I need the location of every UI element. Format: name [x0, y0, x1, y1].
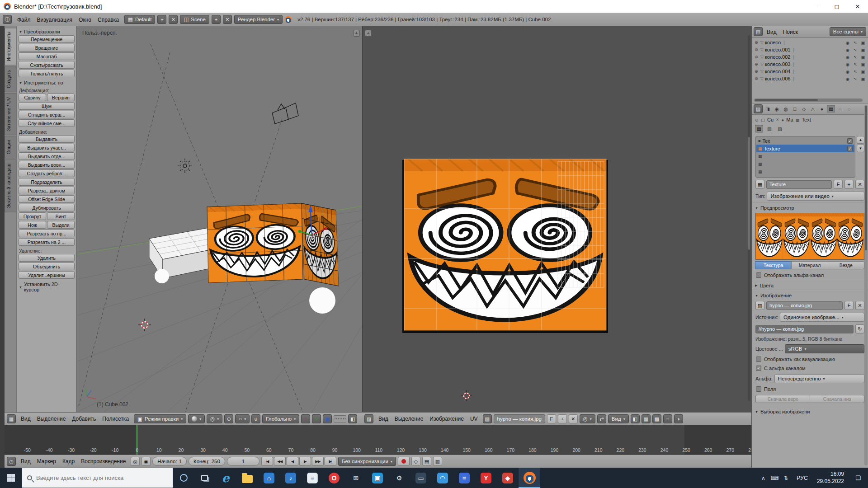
texture-context-icon[interactable]: ▦ — [827, 105, 835, 113]
tool-button[interactable]: Выдавить участ... — [19, 144, 75, 151]
toolshelf-tab[interactable]: Эскизный карандаш — [5, 160, 16, 212]
physics-context-icon[interactable]: ◌ — [845, 105, 853, 113]
visibility-icon[interactable]: ◉ — [844, 55, 851, 60]
slot-checkbox[interactable]: ✓ — [847, 146, 853, 151]
tool-button[interactable]: Масштаб — [19, 52, 75, 60]
use-preview-range-icon[interactable]: ◎ — [131, 457, 140, 466]
renderability-icon[interactable]: ▣ — [860, 76, 866, 81]
preview-target-button[interactable]: Везде — [828, 261, 864, 269]
current-frame-field[interactable]: 1 — [227, 457, 259, 466]
tool-button[interactable]: Винт — [47, 212, 75, 220]
translate-manipulator-icon[interactable]: ↑ — [301, 414, 310, 423]
outliner-item[interactable]: ⊕ ▽ колесо.001 | ◉ ↖ ▣ — [755, 46, 866, 53]
taskbar-app-button[interactable]: ▣ — [367, 468, 388, 488]
pin-icon[interactable]: ⊙ — [755, 117, 759, 122]
panel-header-meshtools[interactable]: ▼Инструменты: по — [19, 78, 75, 86]
checkbox[interactable] — [756, 386, 761, 392]
breadcrumb-material[interactable]: Ma — [786, 117, 793, 122]
selectability-icon[interactable]: ↖ — [852, 55, 859, 60]
playback-button[interactable]: ◀ — [287, 457, 298, 466]
uv-image-editor[interactable]: + — [362, 26, 751, 412]
network-icon[interactable]: ⇅ — [780, 475, 792, 481]
timeline-ruler[interactable]: -50-40-30-20-100102030405060708090100110… — [5, 425, 751, 455]
menu-item[interactable]: Вид — [18, 416, 34, 422]
tool-button[interactable]: Выдавить вовн... — [19, 161, 75, 169]
selectability-icon[interactable]: ↖ — [852, 69, 859, 74]
outliner-item[interactable]: ⊕ ▽ колесо.004 | ◉ ↖ ▣ — [755, 68, 866, 75]
visibility-icon[interactable]: ◉ — [844, 40, 851, 45]
delete-scene-button[interactable]: ✕ — [223, 15, 232, 24]
scene-selector[interactable]: ◫Scene — [180, 15, 209, 24]
object-name[interactable]: колесо — [765, 40, 781, 45]
truck-cab[interactable] — [207, 203, 339, 286]
keying-set-dropdown[interactable]: ◇ — [411, 457, 420, 466]
selectability-icon[interactable]: ↖ — [852, 62, 859, 67]
region-split-icon[interactable]: + — [353, 30, 360, 37]
modifiers-context-icon[interactable]: ◇ — [800, 105, 808, 113]
tool-button[interactable]: Подразделить — [19, 178, 75, 186]
transform-orientation-dropdown[interactable]: Глобально▾ — [262, 414, 299, 423]
texture-type-dropdown[interactable]: Изображение или видео▾ — [767, 192, 864, 201]
texture-slot-list[interactable]: ■ Tex ✓ ▦ Texture ✓ ▦ ✓ — [755, 136, 855, 178]
playback-button[interactable]: ◀◀ — [274, 457, 286, 466]
image-panel-header[interactable]: ▼Изображение — [752, 290, 868, 300]
playback-button[interactable]: ▶▶ — [312, 457, 324, 466]
taskbar-app-button[interactable]: ♪ — [280, 468, 302, 488]
tool-button[interactable]: Объединить — [19, 263, 75, 270]
image-name-field[interactable]: hypno — копия.jpg — [494, 414, 545, 423]
scene-context-icon[interactable]: ◉ — [773, 105, 781, 113]
close-button[interactable]: ✕ — [847, 0, 868, 13]
close-icon[interactable]: ✕ — [776, 117, 779, 122]
uv-vertex-mode-icon[interactable]: ◧ — [631, 414, 640, 423]
tool-button[interactable]: Удалить — [19, 254, 75, 262]
taskbar-app-button[interactable]: ▭ — [410, 468, 432, 488]
renderability-icon[interactable]: ▣ — [860, 40, 866, 45]
material-texture-icon[interactable]: ▦ — [755, 125, 763, 133]
menu-item[interactable]: Выделение — [34, 416, 69, 422]
tool-button[interactable]: Нож — [19, 221, 46, 229]
menu-item[interactable]: Выделение — [392, 416, 427, 422]
editor-type-icon[interactable]: ⓘ — [3, 15, 12, 24]
clock[interactable]: 16:09 29.05.2022 — [813, 471, 848, 485]
tool-button[interactable]: Offset Edge Slide — [19, 195, 75, 203]
outliner-item[interactable]: ⊕ ▽ колесо.003 | ◉ ↖ ▣ — [755, 61, 866, 68]
scrollbar[interactable] — [864, 105, 868, 465]
editor-type-icon[interactable]: ▤ — [754, 27, 763, 36]
taskbar-app-button[interactable] — [519, 468, 540, 488]
panel-header-2d-cursor[interactable]: ▼Установить 2D-курсор — [19, 280, 75, 293]
expand-icon[interactable]: ⊕ — [755, 62, 759, 66]
breadcrumb-texture[interactable]: Text — [802, 117, 811, 122]
menu-item[interactable]: Вид — [764, 29, 780, 35]
taskbar-app-button[interactable]: ⌂ — [258, 468, 280, 488]
end-frame-field[interactable]: Конец:250 — [189, 457, 225, 466]
outliner-item[interactable]: ⊕ ▽ колесо | ◉ ↖ ▣ — [755, 39, 866, 46]
reload-image-icon[interactable]: ↻ — [855, 324, 864, 333]
layout-selector[interactable]: ▦Default — [124, 15, 155, 24]
toolshelf-tab[interactable]: Затенение / UV — [5, 93, 16, 135]
editor-type-icon[interactable]: ▤ — [754, 104, 763, 113]
menu-item[interactable]: Воспроизведение — [78, 458, 129, 465]
uv-edge-mode-icon[interactable]: ▦ — [642, 414, 651, 423]
selectability-icon[interactable]: ↖ — [852, 40, 859, 45]
object-name[interactable]: колесо.003 — [765, 61, 791, 67]
sync-dropdown[interactable]: Без синхронизации▾ — [338, 457, 396, 466]
texture-slot[interactable]: ▦ Texture ✓ — [756, 145, 854, 152]
playback-button[interactable]: |◀ — [261, 457, 273, 466]
layers-widget[interactable] — [334, 415, 346, 422]
fake-user-button[interactable]: F — [834, 180, 843, 189]
source-dropdown[interactable]: Одиночное изображе...▾ — [780, 313, 864, 322]
alpha-mode-dropdown[interactable]: Непосредственно▾ — [774, 374, 864, 383]
slot-checkbox[interactable]: ✓ — [847, 138, 853, 144]
manipulator-toggle-icon[interactable]: ⊙ — [224, 414, 233, 423]
rotate-manipulator-icon[interactable]: ↻ — [312, 414, 321, 423]
texture-slot[interactable]: ▦ ✓ — [756, 152, 854, 160]
taskbar-app-button[interactable]: ≡ — [302, 468, 323, 488]
uv-island-mode-icon[interactable]: ≡ — [663, 414, 672, 423]
toolshelf-tab[interactable]: Создать — [5, 66, 16, 92]
renderability-icon[interactable]: ▣ — [860, 69, 866, 74]
menu-item[interactable]: Изображение — [426, 416, 467, 422]
object-name[interactable]: колесо.001 — [765, 47, 791, 52]
taskbar-app-button[interactable]: ✉ — [345, 468, 367, 488]
tool-button[interactable]: Дублировать — [19, 204, 75, 211]
texture-slot[interactable]: ▦ ✓ — [756, 168, 854, 175]
